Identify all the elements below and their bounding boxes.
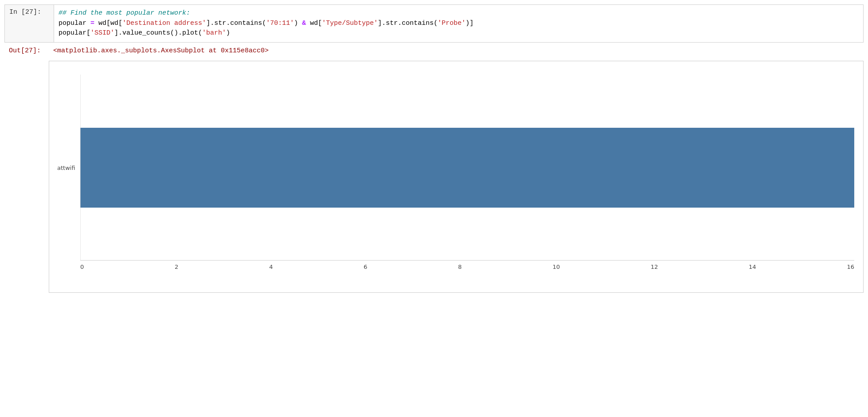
- code-string: '70:11': [266, 20, 294, 27]
- chart-inner: attwifi: [80, 75, 854, 261]
- cell-output-label: Out[27]:: [4, 45, 53, 56]
- code-bracket: ]: [206, 20, 210, 27]
- cell-output: Out[27]: <matplotlib.axes._subplots.Axes…: [4, 45, 864, 56]
- x-tick-10: 10: [552, 264, 560, 270]
- code-bracket: ]: [378, 20, 382, 27]
- x-tick-4: 4: [269, 264, 273, 270]
- code-bracket: )]: [465, 20, 473, 27]
- code-amp: &: [302, 20, 306, 27]
- code-bracket: [: [106, 20, 110, 27]
- cell-input-label: In [27]:: [5, 5, 54, 20]
- code-method: .value_counts().plot(: [118, 29, 202, 37]
- code-method: ): [226, 29, 230, 37]
- bar-chart-svg: [80, 75, 854, 261]
- code-var: wd: [98, 20, 106, 27]
- code-method: .str.contains(: [210, 20, 266, 27]
- x-tick-0: 0: [80, 264, 84, 270]
- code-method: .str.contains(: [382, 20, 438, 27]
- code-string: 'Type/Subtype': [322, 20, 378, 27]
- code-var: wd: [110, 20, 118, 27]
- code-string: 'Destination address': [122, 20, 206, 27]
- code-comment: ## Find the most popular network:: [59, 9, 190, 17]
- svg-rect-1: [80, 128, 854, 208]
- code-var: wd: [306, 20, 318, 27]
- code-string: 'barh': [202, 29, 226, 37]
- code-bracket: ): [294, 20, 302, 27]
- x-axis-labels: 0 2 4 6 8 10 12 14 16: [80, 261, 854, 270]
- code-var: popular: [59, 20, 86, 27]
- code-line-3: popular['SSID'].value_counts().plot('bar…: [59, 28, 859, 39]
- code-var: popular: [59, 29, 86, 37]
- code-bracket: [: [86, 29, 90, 37]
- x-tick-8: 8: [458, 264, 461, 270]
- code-string: 'SSID': [90, 29, 114, 37]
- code-bracket: ]: [114, 29, 118, 37]
- cell-code[interactable]: ## Find the most popular network: popula…: [54, 5, 863, 42]
- code-line-1: ## Find the most popular network:: [59, 8, 859, 19]
- chart-container: attwifi 0 2 4 6 8 10 12 14 16: [49, 61, 864, 293]
- x-tick-6: 6: [364, 264, 367, 270]
- code-bracket: [: [318, 20, 322, 27]
- x-tick-16: 16: [847, 264, 854, 270]
- x-tick-14: 14: [749, 264, 756, 270]
- y-axis-label: attwifi: [57, 164, 75, 171]
- code-equal: =: [86, 20, 98, 27]
- notebook-cell-27: In [27]: ## Find the most popular networ…: [0, 0, 868, 302]
- cell-output-text: <matplotlib.axes._subplots.AxesSubplot a…: [53, 45, 269, 56]
- code-string: 'Probe': [438, 20, 465, 27]
- cell-input[interactable]: In [27]: ## Find the most popular networ…: [4, 4, 864, 43]
- code-line-2: popular = wd[wd['Destination address'].s…: [59, 19, 859, 29]
- x-tick-2: 2: [175, 264, 178, 270]
- code-bracket: [: [118, 20, 122, 27]
- x-tick-12: 12: [651, 264, 658, 270]
